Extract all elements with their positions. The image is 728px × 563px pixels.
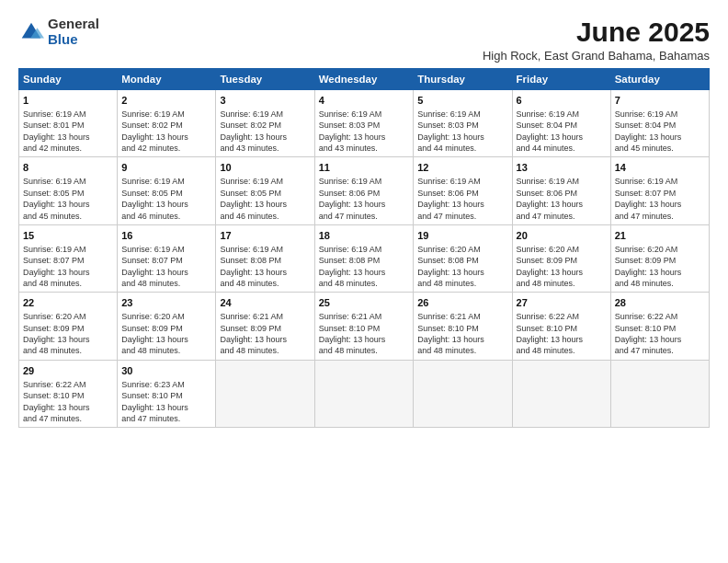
header-wednesday: Wednesday: [314, 69, 414, 90]
header-saturday: Saturday: [610, 69, 709, 90]
table-row: 23Sunrise: 6:20 AM Sunset: 8:09 PM Dayli…: [118, 293, 216, 360]
day-info: Sunrise: 6:19 AM Sunset: 8:04 PM Dayligh…: [517, 109, 607, 155]
day-number: 11: [319, 161, 410, 175]
table-row: 12Sunrise: 6:19 AM Sunset: 8:06 PM Dayli…: [414, 157, 512, 224]
day-info: Sunrise: 6:20 AM Sunset: 8:09 PM Dayligh…: [121, 311, 211, 357]
day-info: Sunrise: 6:19 AM Sunset: 8:07 PM Dayligh…: [23, 244, 113, 290]
day-number: 9: [121, 161, 211, 175]
page: General Blue June 2025 High Rock, East G…: [0, 0, 728, 563]
day-info: Sunrise: 6:19 AM Sunset: 8:04 PM Dayligh…: [615, 109, 705, 155]
table-row: [512, 360, 610, 427]
day-number: 24: [220, 296, 310, 310]
day-number: 12: [417, 161, 507, 175]
calendar-subtitle: High Rock, East Grand Bahama, Bahamas: [483, 49, 710, 63]
day-number: 15: [23, 229, 113, 243]
calendar-header-row: Sunday Monday Tuesday Wednesday Thursday…: [19, 69, 710, 90]
table-row: 14Sunrise: 6:19 AM Sunset: 8:07 PM Dayli…: [610, 157, 709, 224]
day-info: Sunrise: 6:21 AM Sunset: 8:10 PM Dayligh…: [417, 311, 507, 357]
header: General Blue June 2025 High Rock, East G…: [18, 17, 710, 63]
day-info: Sunrise: 6:19 AM Sunset: 8:07 PM Dayligh…: [121, 244, 211, 290]
day-number: 18: [319, 229, 410, 243]
table-row: 2Sunrise: 6:19 AM Sunset: 8:02 PM Daylig…: [118, 90, 216, 157]
day-number: 5: [417, 94, 507, 108]
table-row: 26Sunrise: 6:21 AM Sunset: 8:10 PM Dayli…: [414, 293, 512, 360]
day-number: 10: [220, 161, 310, 175]
day-number: 2: [121, 94, 211, 108]
table-row: [414, 360, 512, 427]
day-info: Sunrise: 6:22 AM Sunset: 8:10 PM Dayligh…: [517, 311, 607, 357]
day-info: Sunrise: 6:19 AM Sunset: 8:05 PM Dayligh…: [121, 176, 211, 222]
day-number: 1: [23, 94, 113, 108]
logo-text: General Blue: [48, 17, 99, 47]
day-number: 8: [23, 161, 113, 175]
day-number: 16: [121, 229, 211, 243]
table-row: [216, 360, 314, 427]
table-row: 13Sunrise: 6:19 AM Sunset: 8:06 PM Dayli…: [512, 157, 610, 224]
table-row: 8Sunrise: 6:19 AM Sunset: 8:05 PM Daylig…: [19, 157, 118, 224]
table-row: 11Sunrise: 6:19 AM Sunset: 8:06 PM Dayli…: [314, 157, 414, 224]
day-info: Sunrise: 6:19 AM Sunset: 8:05 PM Dayligh…: [23, 176, 113, 222]
day-info: Sunrise: 6:20 AM Sunset: 8:09 PM Dayligh…: [517, 244, 607, 290]
header-tuesday: Tuesday: [216, 69, 314, 90]
day-info: Sunrise: 6:19 AM Sunset: 8:05 PM Dayligh…: [220, 176, 310, 222]
day-number: 7: [615, 94, 705, 108]
header-friday: Friday: [512, 69, 610, 90]
day-number: 25: [319, 296, 410, 310]
day-number: 13: [517, 161, 607, 175]
day-info: Sunrise: 6:19 AM Sunset: 8:07 PM Dayligh…: [615, 176, 705, 222]
table-row: [610, 360, 709, 427]
day-info: Sunrise: 6:23 AM Sunset: 8:10 PM Dayligh…: [121, 379, 211, 425]
day-number: 3: [220, 94, 310, 108]
day-info: Sunrise: 6:19 AM Sunset: 8:06 PM Dayligh…: [517, 176, 607, 222]
day-number: 4: [319, 94, 410, 108]
day-number: 19: [417, 229, 507, 243]
day-info: Sunrise: 6:19 AM Sunset: 8:08 PM Dayligh…: [319, 244, 410, 290]
table-row: 27Sunrise: 6:22 AM Sunset: 8:10 PM Dayli…: [512, 293, 610, 360]
table-row: [314, 360, 414, 427]
logo-icon: [18, 19, 44, 45]
day-info: Sunrise: 6:19 AM Sunset: 8:06 PM Dayligh…: [319, 176, 410, 222]
table-row: 10Sunrise: 6:19 AM Sunset: 8:05 PM Dayli…: [216, 157, 314, 224]
table-row: 9Sunrise: 6:19 AM Sunset: 8:05 PM Daylig…: [118, 157, 216, 224]
table-row: 4Sunrise: 6:19 AM Sunset: 8:03 PM Daylig…: [314, 90, 414, 157]
day-info: Sunrise: 6:20 AM Sunset: 8:09 PM Dayligh…: [615, 244, 705, 290]
day-number: 23: [121, 296, 211, 310]
day-number: 20: [517, 229, 607, 243]
day-number: 29: [23, 364, 113, 378]
logo: General Blue: [18, 17, 99, 47]
table-row: 1Sunrise: 6:19 AM Sunset: 8:01 PM Daylig…: [19, 90, 118, 157]
table-row: 29Sunrise: 6:22 AM Sunset: 8:10 PM Dayli…: [19, 360, 118, 427]
table-row: 21Sunrise: 6:20 AM Sunset: 8:09 PM Dayli…: [610, 224, 709, 292]
day-number: 28: [615, 296, 705, 310]
table-row: 18Sunrise: 6:19 AM Sunset: 8:08 PM Dayli…: [314, 224, 414, 292]
table-row: 25Sunrise: 6:21 AM Sunset: 8:10 PM Dayli…: [314, 293, 414, 360]
day-info: Sunrise: 6:22 AM Sunset: 8:10 PM Dayligh…: [23, 379, 113, 425]
logo-general: General: [48, 17, 99, 32]
day-number: 6: [517, 94, 607, 108]
day-info: Sunrise: 6:19 AM Sunset: 8:08 PM Dayligh…: [220, 244, 310, 290]
table-row: 24Sunrise: 6:21 AM Sunset: 8:09 PM Dayli…: [216, 293, 314, 360]
day-number: 14: [615, 161, 705, 175]
table-row: 16Sunrise: 6:19 AM Sunset: 8:07 PM Dayli…: [118, 224, 216, 292]
day-number: 27: [517, 296, 607, 310]
day-number: 26: [417, 296, 507, 310]
header-sunday: Sunday: [19, 69, 118, 90]
table-row: 15Sunrise: 6:19 AM Sunset: 8:07 PM Dayli…: [19, 224, 118, 292]
table-row: 19Sunrise: 6:20 AM Sunset: 8:08 PM Dayli…: [414, 224, 512, 292]
day-number: 22: [23, 296, 113, 310]
table-row: 30Sunrise: 6:23 AM Sunset: 8:10 PM Dayli…: [118, 360, 216, 427]
day-number: 21: [615, 229, 705, 243]
day-info: Sunrise: 6:21 AM Sunset: 8:09 PM Dayligh…: [220, 311, 310, 357]
day-info: Sunrise: 6:19 AM Sunset: 8:02 PM Dayligh…: [121, 109, 211, 155]
calendar-title: June 2025: [483, 17, 710, 47]
table-row: 6Sunrise: 6:19 AM Sunset: 8:04 PM Daylig…: [512, 90, 610, 157]
day-info: Sunrise: 6:20 AM Sunset: 8:09 PM Dayligh…: [23, 311, 113, 357]
day-info: Sunrise: 6:20 AM Sunset: 8:08 PM Dayligh…: [417, 244, 507, 290]
day-info: Sunrise: 6:19 AM Sunset: 8:02 PM Dayligh…: [220, 109, 310, 155]
table-row: 3Sunrise: 6:19 AM Sunset: 8:02 PM Daylig…: [216, 90, 314, 157]
table-row: 28Sunrise: 6:22 AM Sunset: 8:10 PM Dayli…: [610, 293, 709, 360]
calendar-table: Sunday Monday Tuesday Wednesday Thursday…: [18, 68, 710, 428]
day-number: 17: [220, 229, 310, 243]
header-monday: Monday: [118, 69, 216, 90]
table-row: 20Sunrise: 6:20 AM Sunset: 8:09 PM Dayli…: [512, 224, 610, 292]
